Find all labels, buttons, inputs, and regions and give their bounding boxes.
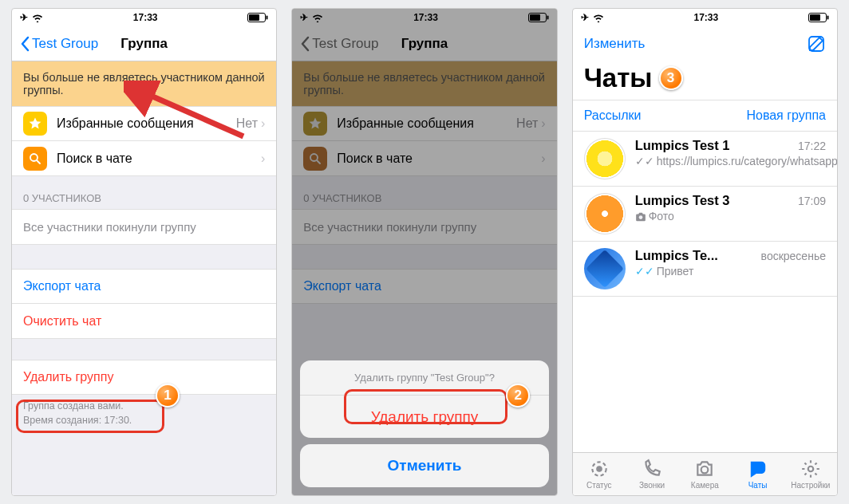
status-time: 17:33 [693, 12, 718, 23]
chats-nav: Изменить [573, 26, 837, 61]
battery-icon [808, 13, 829, 22]
chat-name: Lumpics Te... [635, 248, 718, 263]
search-label: Поиск в чате [57, 152, 261, 166]
search-icon [23, 147, 47, 171]
chat-preview: ✓✓Привет [635, 265, 826, 279]
svg-rect-1 [249, 14, 259, 21]
step-badge-3: 3 [659, 66, 683, 90]
chat-preview: Фото [635, 210, 826, 224]
back-button[interactable]: Test Group [20, 36, 98, 52]
avatar [584, 248, 626, 289]
battery-icon [247, 13, 268, 22]
chevron-left-icon [20, 36, 30, 52]
chat-preview: ✓✓https://lumpics.ru/category/whatsapp [635, 155, 826, 169]
camera-icon [635, 212, 646, 222]
clear-label: Очистить чат [23, 314, 101, 329]
star-icon [23, 112, 47, 136]
new-group-link[interactable]: Новая группа [746, 108, 826, 123]
export-label: Экспорт чата [23, 279, 101, 293]
svg-point-15 [701, 467, 709, 474]
svg-rect-10 [827, 16, 828, 20]
not-member-banner: Вы больше не являетесь участником данной… [12, 61, 276, 106]
clear-chat-button[interactable]: Очистить чат [12, 304, 276, 339]
page-title: Чаты 3 [573, 61, 837, 100]
status-time: 17:33 [133, 12, 158, 23]
chat-time: воскресенье [761, 250, 826, 262]
chat-row[interactable]: Lumpics Te...воскресенье ✓✓Привет [573, 242, 837, 297]
broadcasts-link[interactable]: Рассылки [584, 108, 642, 123]
tick-icon: ✓✓ [635, 265, 654, 279]
starred-tail: Нет [236, 116, 258, 131]
svg-rect-9 [810, 14, 820, 21]
delete-label: Удалить группу [23, 370, 113, 384]
avatar [584, 193, 626, 234]
step-badge-1: 1 [156, 384, 180, 408]
svg-rect-2 [267, 16, 268, 20]
cancel-label: Отменить [388, 457, 462, 474]
chat-row[interactable]: Lumpics Test 117:22 ✓✓https://lumpics.ru… [573, 132, 837, 187]
sub-links: Рассылки Новая группа [573, 100, 837, 132]
sheet-delete-label: Удалить группу [371, 408, 479, 426]
action-sheet: Удалить группу "Test Group"? Удалить гру… [300, 360, 548, 487]
export-chat-button[interactable]: Экспорт чата [12, 269, 276, 304]
screen-2-action-sheet: ✈ 17:33 Test Group Группа Вы больше не я… [291, 8, 557, 496]
chat-time: 17:09 [798, 195, 826, 207]
delete-group-button[interactable]: Удалить группу [12, 360, 276, 395]
screen-3-chats: ✈ 17:33 Изменить Чаты 3 Рассылки Новая г… [572, 8, 838, 496]
tab-settings[interactable]: Настройки [784, 453, 837, 495]
tab-bar: Статус Звонки Камера Чаты Настройки [573, 452, 837, 495]
airplane-icon: ✈ [581, 12, 589, 23]
footer-info: Группа создана вами. Время создания: 17:… [12, 395, 276, 432]
svg-point-14 [597, 467, 602, 472]
svg-point-12 [638, 215, 642, 219]
chat-name: Lumpics Test 1 [635, 138, 730, 153]
nav-bar: Test Group Группа [12, 26, 276, 61]
chat-name: Lumpics Test 3 [635, 193, 730, 208]
compose-icon[interactable] [807, 34, 826, 53]
members-header: 0 УЧАСТНИКОВ [12, 176, 276, 209]
airplane-icon: ✈ [20, 12, 28, 23]
chat-search-cell[interactable]: Поиск в чате › [12, 141, 276, 176]
tab-calls[interactable]: Звонки [626, 453, 678, 495]
back-label: Test Group [32, 36, 98, 52]
status-bar: ✈ 17:33 [573, 9, 837, 26]
starred-messages-cell[interactable]: Избранные сообщения Нет › [12, 106, 276, 141]
members-empty: Все участники покинули группу [12, 209, 276, 245]
tab-status[interactable]: Статус [573, 453, 626, 495]
sheet-cancel-button[interactable]: Отменить [300, 444, 548, 487]
wifi-icon [593, 14, 604, 22]
chat-row[interactable]: Lumpics Test 317:09 Фото [573, 187, 837, 242]
tab-chats[interactable]: Чаты [731, 453, 784, 495]
svg-point-16 [808, 467, 814, 472]
starred-label: Избранные сообщения [57, 116, 236, 131]
screen-1-group-info: ✈ 17:33 Test Group Группа Вы больше не я… [11, 8, 277, 496]
status-bar: ✈ 17:33 [12, 9, 276, 26]
tick-icon: ✓✓ [635, 155, 654, 169]
tab-camera[interactable]: Камера [678, 453, 731, 495]
chevron-right-icon: › [261, 116, 265, 131]
avatar [584, 138, 626, 179]
wifi-icon [32, 14, 43, 22]
chevron-right-icon: › [261, 152, 265, 166]
chat-time: 17:22 [798, 140, 826, 152]
edit-button[interactable]: Изменить [584, 36, 646, 52]
